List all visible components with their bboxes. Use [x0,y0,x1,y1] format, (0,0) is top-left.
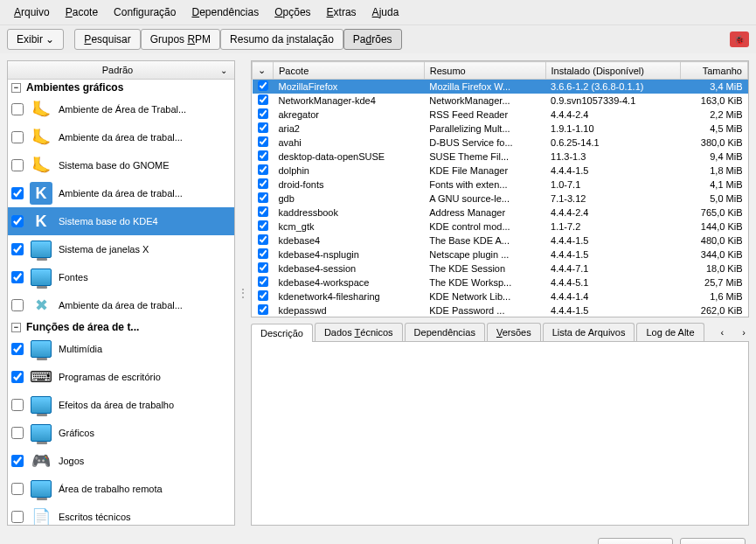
table-row[interactable]: kcm_gtkKDE control mod...1.1-7.2144,0 Ki… [253,220,748,234]
col-header[interactable]: ⌄ [253,62,274,80]
pkg-checkbox[interactable] [258,262,268,273]
cancel-button[interactable]: Cancelar [598,538,673,544]
pattern-item[interactable]: Multimídia [8,335,234,363]
accept-button[interactable]: Aceitar [680,538,746,544]
pattern-item[interactable]: 🦶Sistema base do GNOME [8,151,234,179]
pattern-checkbox[interactable] [11,159,24,171]
pattern-checkbox[interactable] [11,131,24,143]
pattern-item[interactable]: Efeitos da área de trabalho [8,391,234,419]
pattern-list[interactable]: −Ambientes gráficos🦶Ambiente de Área de … [8,80,234,525]
table-row[interactable]: NetworkManager-kde4NetworkManager...0.9.… [253,94,748,108]
pkg-checkbox[interactable] [258,220,268,231]
pattern-checkbox[interactable] [11,343,24,355]
pattern-item[interactable]: 🎮Jogos [8,447,234,475]
pattern-checkbox[interactable] [11,399,24,411]
menu-ajuda[interactable]: Ajuda [365,3,406,21]
detail-tab-4[interactable]: Lista de Arquivos [543,323,635,341]
table-row[interactable]: desktop-data-openSUSESUSE Theme Fil...11… [253,150,748,164]
menu-opções[interactable]: Opções [267,3,317,21]
detail-tab-0[interactable]: Descrição [251,324,313,342]
pkg-checkbox[interactable] [258,290,268,301]
pkg-checkbox[interactable] [258,192,268,203]
exibir-button[interactable]: Exibir ⌄ [7,29,64,50]
table-row[interactable]: kaddressbookAddress Manager4.4.4-2.4765,… [253,206,748,220]
view-tab-2[interactable]: Resumo da instalação [220,29,343,50]
view-tab-1[interactable]: Grupos RPM [141,29,220,50]
menu-pacote[interactable]: Pacote [59,3,105,21]
bug-icon[interactable]: 🐞 [730,31,749,47]
menu-configuração[interactable]: Configuração [107,3,183,21]
pkg-checkbox[interactable] [258,136,268,147]
pattern-checkbox[interactable] [11,271,24,283]
pkg-checkbox[interactable] [258,276,268,287]
pattern-checkbox[interactable] [11,483,24,495]
pattern-checkbox[interactable] [11,511,24,523]
detail-tab-5[interactable]: Log de Alte [636,323,704,341]
table-row[interactable]: kdepasswdKDE Password ...4.4.4-1.5262,0 … [253,303,748,317]
pattern-item[interactable]: KAmbiente da área de trabal... [8,179,234,207]
view-tab-3[interactable]: Padrões [343,29,402,50]
pattern-checkbox[interactable] [11,243,24,255]
pattern-group[interactable]: −Funções de área de t... [8,319,234,335]
menu-dependências[interactable]: Dependências [184,3,266,21]
pkg-checkbox[interactable] [258,248,268,259]
menu-arquivo[interactable]: Arquivo [7,3,57,21]
pattern-checkbox[interactable] [11,103,24,115]
collapse-icon[interactable]: − [11,323,21,332]
table-row[interactable]: kdenetwork4-filesharingKDE Network Lib..… [253,289,748,303]
pattern-checkbox[interactable] [11,215,24,227]
table-row[interactable]: aria2Parallelizing Mult...1.9.1-1.104,5 … [253,122,748,136]
collapse-icon[interactable]: − [11,83,21,93]
pattern-item[interactable]: Gráficos [8,419,234,447]
pattern-checkbox[interactable] [11,371,24,383]
table-row[interactable]: MozillaFirefoxMozilla Firefox W...3.6.6-… [253,80,748,94]
table-row[interactable]: kdebase4-sessionThe KDE Session4.4.4-7.1… [253,262,748,275]
detail-tab-1[interactable]: Dados Técnicos [315,323,403,341]
detail-tab-3[interactable]: Versões [487,323,541,341]
table-row[interactable]: gdbA GNU source-le...7.1-3.125,0 MiB [253,192,748,206]
pattern-item[interactable]: 🦶Ambiente da área de trabal... [8,123,234,151]
col-header[interactable]: Pacote [274,62,425,80]
pkg-checkbox[interactable] [258,206,268,217]
table-row[interactable]: akregatorRSS Feed Reader4.4.4-2.42,2 MiB [253,108,748,122]
pattern-checkbox[interactable] [11,427,24,439]
pattern-item[interactable]: ✖Ambiente da área de trabal... [8,291,234,319]
pattern-checkbox[interactable] [11,455,24,467]
pattern-item[interactable]: Sistema de janelas X [8,235,234,263]
pattern-item[interactable]: 📄Escritos técnicos [8,503,234,525]
pkg-checkbox[interactable] [258,80,268,91]
col-header[interactable]: Tamanho [680,62,747,80]
pattern-item[interactable]: Área de trabalho remota [8,475,234,503]
pattern-header[interactable]: Padrão ⌄ [8,61,234,80]
tab-scroll-right[interactable]: › [739,327,749,338]
col-header[interactable]: Resumo [424,62,545,80]
detail-tab-2[interactable]: Dependências [405,323,485,341]
pattern-group[interactable]: −Ambientes gráficos [8,80,234,95]
view-tab-0[interactable]: Pesquisar [74,29,140,50]
package-table-wrap[interactable]: ⌄PacoteResumoInstalado (Disponível)Taman… [251,60,749,317]
pattern-item[interactable]: ⌨Programas de escritório [8,363,234,391]
menu-extras[interactable]: Extras [320,3,364,21]
table-row[interactable]: dolphinKDE File Manager4.4.4-1.51,8 MiB [253,164,748,178]
pattern-item[interactable]: 🦶Ambiente de Área de Trabal... [8,95,234,123]
pattern-checkbox[interactable] [11,187,24,199]
table-row[interactable]: kdebase4The Base KDE A...4.4.4-1.5480,0 … [253,234,748,248]
tab-scroll-left[interactable]: ‹ [718,327,728,338]
pattern-checkbox[interactable] [11,299,24,311]
table-row[interactable]: kdebase4-nspluginNetscape plugin ...4.4.… [253,248,748,262]
pkg-checkbox[interactable] [258,234,268,245]
pkg-checkbox[interactable] [258,108,268,119]
table-row[interactable]: droid-fontsFonts with exten...1.0-7.14,1… [253,178,748,192]
pkg-checkbox[interactable] [258,122,268,133]
col-header[interactable]: Instalado (Disponível) [545,62,680,80]
table-row[interactable]: kdebase4-workspaceThe KDE Worksp...4.4.4… [253,275,748,289]
pkg-checkbox[interactable] [258,304,268,315]
pkg-checkbox[interactable] [258,164,268,175]
pkg-checkbox[interactable] [258,178,268,189]
pkg-checkbox[interactable] [258,150,268,161]
table-row[interactable]: avahiD-BUS Service fo...0.6.25-14.1380,0… [253,136,748,150]
pkg-checkbox[interactable] [258,94,268,105]
pattern-item[interactable]: KSistema base do KDE4 [8,207,234,235]
pattern-item[interactable]: Fontes [8,263,234,291]
splitter-vertical[interactable] [240,60,246,526]
